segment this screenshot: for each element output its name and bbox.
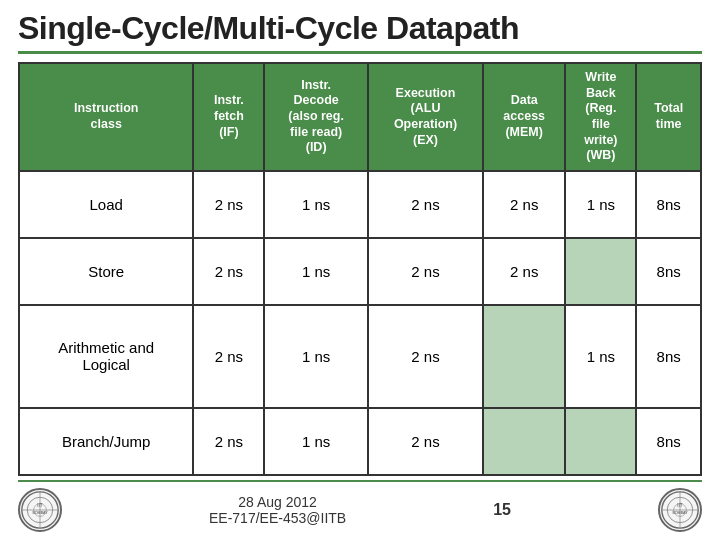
table-row: Store2 ns1 ns2 ns2 ns8ns bbox=[19, 238, 701, 305]
cell-decode: 1 ns bbox=[264, 238, 368, 305]
header-execution: Execution(ALUOperation)(EX) bbox=[368, 63, 483, 171]
cell-fetch: 2 ns bbox=[193, 238, 264, 305]
header-write-back: WriteBack(Reg.filewrite)(WB) bbox=[565, 63, 636, 171]
cell-total: 8ns bbox=[636, 305, 701, 409]
svg-text:IIT: IIT bbox=[677, 503, 683, 508]
cell-total: 8ns bbox=[636, 171, 701, 238]
cell-decode: 1 ns bbox=[264, 171, 368, 238]
cell-exec: 2 ns bbox=[368, 171, 483, 238]
title-divider bbox=[18, 51, 702, 54]
cell-fetch: 2 ns bbox=[193, 305, 264, 409]
cell-mem: 2 ns bbox=[483, 171, 565, 238]
footer-date: 28 Aug 2012 bbox=[209, 494, 346, 510]
cell-wb bbox=[565, 408, 636, 475]
cell-mem bbox=[483, 305, 565, 409]
cell-wb: 1 ns bbox=[565, 171, 636, 238]
cell-wb: 1 ns bbox=[565, 305, 636, 409]
footer: IIT BOMBAY 28 Aug 2012 EE-717/EE-453@IIT… bbox=[18, 480, 702, 532]
footer-course: 28 Aug 2012 EE-717/EE-453@IITB bbox=[209, 494, 346, 526]
footer-course-label: EE-717/EE-453@IITB bbox=[209, 510, 346, 526]
cell-decode: 1 ns bbox=[264, 408, 368, 475]
header-instr-fetch: Instr.fetch(IF) bbox=[193, 63, 264, 171]
right-logo: IIT BOMBAY bbox=[658, 488, 702, 532]
cell-total: 8ns bbox=[636, 238, 701, 305]
cell-fetch: 2 ns bbox=[193, 408, 264, 475]
svg-text:BOMBAY: BOMBAY bbox=[32, 511, 48, 515]
page: Single-Cycle/Multi-Cycle Datapath Instru… bbox=[0, 0, 720, 540]
cell-total: 8ns bbox=[636, 408, 701, 475]
cell-instruction-name: Branch/Jump bbox=[19, 408, 193, 475]
svg-text:IIT: IIT bbox=[37, 503, 43, 508]
cell-exec: 2 ns bbox=[368, 305, 483, 409]
footer-page-number: 15 bbox=[493, 501, 511, 519]
header-data-access: Dataaccess(MEM) bbox=[483, 63, 565, 171]
cell-exec: 2 ns bbox=[368, 408, 483, 475]
page-title: Single-Cycle/Multi-Cycle Datapath bbox=[18, 10, 702, 47]
cell-mem bbox=[483, 408, 565, 475]
header-instr-decode: Instr.Decode(also reg.file read)(ID) bbox=[264, 63, 368, 171]
cell-instruction-name: Load bbox=[19, 171, 193, 238]
cell-fetch: 2 ns bbox=[193, 171, 264, 238]
cell-exec: 2 ns bbox=[368, 238, 483, 305]
table-row: Load2 ns1 ns2 ns2 ns1 ns8ns bbox=[19, 171, 701, 238]
cell-wb bbox=[565, 238, 636, 305]
table-row: Arithmetic andLogical2 ns1 ns2 ns1 ns8ns bbox=[19, 305, 701, 409]
left-logo: IIT BOMBAY bbox=[18, 488, 62, 532]
header-total-time: Totaltime bbox=[636, 63, 701, 171]
header-instruction-class: Instructionclass bbox=[19, 63, 193, 171]
svg-text:BOMBAY: BOMBAY bbox=[672, 511, 688, 515]
cell-instruction-name: Store bbox=[19, 238, 193, 305]
table-row: Branch/Jump2 ns1 ns2 ns8ns bbox=[19, 408, 701, 475]
cell-instruction-name: Arithmetic andLogical bbox=[19, 305, 193, 409]
cell-mem: 2 ns bbox=[483, 238, 565, 305]
cell-decode: 1 ns bbox=[264, 305, 368, 409]
table-header-row: Instructionclass Instr.fetch(IF) Instr.D… bbox=[19, 63, 701, 171]
datapath-table: Instructionclass Instr.fetch(IF) Instr.D… bbox=[18, 62, 702, 476]
